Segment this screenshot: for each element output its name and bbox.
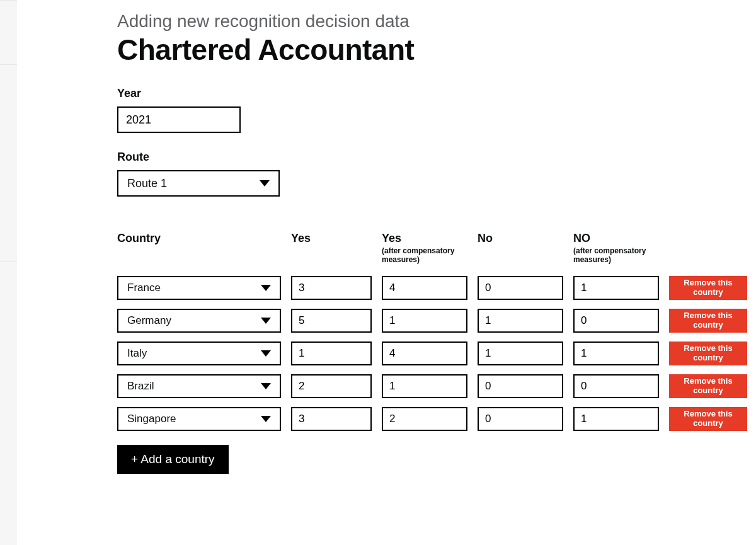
- route-select-value: Route 1: [127, 177, 167, 190]
- year-label: Year: [117, 87, 741, 100]
- chevron-down-icon: [261, 416, 271, 422]
- page-title: Chartered Accountant: [117, 33, 741, 67]
- country-select-value: Brazil: [127, 380, 154, 393]
- no-input[interactable]: [478, 374, 563, 398]
- country-select-value: Germany: [127, 314, 171, 327]
- table-row: ItalyRemove this country: [117, 341, 741, 365]
- yes-input[interactable]: [291, 309, 372, 333]
- yes-after-input[interactable]: [382, 407, 467, 431]
- page-subtitle: Adding new recognition decision data: [117, 11, 741, 32]
- yes-after-input[interactable]: [382, 341, 467, 365]
- add-country-button[interactable]: + Add a country: [117, 445, 229, 474]
- chevron-down-icon: [261, 383, 271, 389]
- no-after-input[interactable]: [573, 276, 659, 300]
- yes-input[interactable]: [291, 276, 372, 300]
- no-after-input[interactable]: [573, 374, 659, 398]
- country-select-value: France: [127, 282, 161, 294]
- no-after-input[interactable]: [573, 341, 659, 365]
- country-select[interactable]: Singapore: [117, 407, 281, 431]
- no-after-input[interactable]: [573, 309, 659, 333]
- chevron-down-icon: [261, 350, 271, 357]
- country-select-value: Singapore: [127, 413, 176, 425]
- country-table: Country Yes Yes (after compensatory meas…: [117, 232, 741, 474]
- yes-input[interactable]: [291, 341, 372, 365]
- country-select[interactable]: Italy: [117, 341, 281, 365]
- country-select[interactable]: Brazil: [117, 374, 281, 398]
- table-row: SingaporeRemove this country: [117, 407, 741, 431]
- col-header-no: No: [478, 232, 563, 245]
- country-select[interactable]: Germany: [117, 309, 281, 333]
- no-after-input[interactable]: [573, 407, 659, 431]
- col-header-country: Country: [117, 232, 281, 245]
- table-row: FranceRemove this country: [117, 276, 741, 300]
- chevron-down-icon: [261, 318, 271, 324]
- remove-country-button[interactable]: Remove this country: [669, 407, 747, 431]
- remove-country-button[interactable]: Remove this country: [669, 309, 747, 333]
- remove-country-button[interactable]: Remove this country: [669, 341, 747, 365]
- chevron-down-icon: [260, 180, 270, 186]
- yes-after-input[interactable]: [382, 309, 467, 333]
- col-header-yes: Yes: [291, 232, 372, 245]
- yes-after-input[interactable]: [382, 276, 467, 300]
- yes-input[interactable]: [291, 407, 372, 431]
- svg-marker-2: [261, 318, 271, 324]
- no-input[interactable]: [478, 309, 563, 333]
- svg-marker-3: [261, 350, 271, 357]
- svg-marker-1: [261, 285, 271, 291]
- country-select-value: Italy: [127, 347, 147, 360]
- route-select[interactable]: Route 1: [117, 170, 280, 197]
- country-select[interactable]: France: [117, 276, 281, 300]
- svg-marker-0: [260, 180, 270, 186]
- left-gutter: [0, 0, 17, 545]
- yes-after-input[interactable]: [382, 374, 467, 398]
- svg-marker-4: [261, 383, 271, 389]
- no-input[interactable]: [478, 407, 563, 431]
- table-row: GermanyRemove this country: [117, 309, 741, 333]
- year-input[interactable]: [117, 106, 241, 133]
- svg-marker-5: [261, 416, 271, 422]
- route-label: Route: [117, 151, 741, 164]
- no-input[interactable]: [478, 276, 563, 300]
- remove-country-button[interactable]: Remove this country: [669, 276, 747, 300]
- remove-country-button[interactable]: Remove this country: [669, 374, 747, 398]
- no-input[interactable]: [478, 341, 563, 365]
- chevron-down-icon: [261, 285, 271, 291]
- yes-input[interactable]: [291, 374, 372, 398]
- col-header-yes-after: Yes (after compensatory measures): [382, 232, 467, 265]
- table-row: BrazilRemove this country: [117, 374, 741, 398]
- col-header-no-after: NO (after compensatory measures): [573, 232, 659, 265]
